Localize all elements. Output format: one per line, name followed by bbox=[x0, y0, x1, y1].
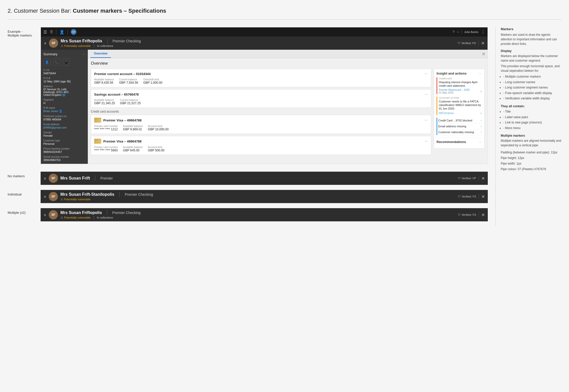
spec-0: Padding (between marker and pipe): 12px bbox=[501, 150, 561, 155]
credit-card-section-title: Credit card accounts bbox=[91, 110, 431, 113]
marker-credit-card[interactable]: Credit Card ...9702 blocked › bbox=[437, 118, 482, 123]
collapse-chevron[interactable]: ∧ bbox=[44, 41, 46, 45]
marker-pipe bbox=[94, 44, 94, 47]
warning-icon-ind: ⚠ bbox=[60, 198, 63, 201]
nav-left: ☰ ⠿ 👤 SP bbox=[43, 29, 76, 35]
recommendations-menu-icon[interactable]: ··· bbox=[479, 140, 482, 144]
tab-overview[interactable]: Overview bbox=[90, 50, 111, 58]
multiple-avatar: SF bbox=[49, 210, 58, 219]
visa-balances-2: Primary card number **** **** **** 5663 … bbox=[94, 146, 428, 152]
individual-sep bbox=[119, 192, 120, 197]
verified-badge: 🛡 Verified: FS bbox=[458, 42, 476, 45]
help-icon[interactable]: ? bbox=[453, 30, 455, 34]
grid-icon[interactable]: ⠿ bbox=[50, 30, 53, 34]
individual-label: Individual bbox=[8, 190, 36, 196]
ind-divider bbox=[479, 194, 479, 199]
sidebar: Summary ··· 👤 📞 📱 C.I.N 54875644 bbox=[41, 50, 88, 164]
spec-2: Pipe width: 1px bbox=[501, 161, 561, 166]
bar-divider bbox=[478, 41, 479, 46]
visa-card-1: Premier Visa – 49864788 ··· Primary card… bbox=[91, 115, 431, 134]
marker-chevron-1: › bbox=[481, 125, 482, 128]
multiple-heading: Multiple markers bbox=[501, 134, 561, 137]
no-markers-verified: 🛡 Verified: VP bbox=[458, 177, 476, 180]
fatca-chevron: › bbox=[480, 111, 482, 115]
visa-menu-1[interactable]: ··· bbox=[425, 118, 428, 122]
contain-list-item-2: - Link to new page (chevron) bbox=[503, 120, 561, 126]
no-markers-close[interactable]: ✕ bbox=[481, 176, 485, 181]
field-ssn: Social security number 38943984753 bbox=[43, 155, 85, 162]
multiple-label: Multiple (x2) bbox=[8, 208, 36, 215]
field-customer-type: Customer type Personal bbox=[43, 139, 85, 145]
no-markers-avatar: SF bbox=[49, 174, 58, 183]
individual-close[interactable]: ✕ bbox=[481, 194, 485, 199]
visa-title-1: Premier Visa – 49864788 bbox=[103, 118, 142, 122]
multiple-bar: ∧ SF Mrs Susan Friftopolis Premier Check… bbox=[41, 208, 488, 221]
no-markers-chevron[interactable]: ∧ bbox=[44, 176, 46, 180]
nav-divider-3 bbox=[461, 29, 462, 34]
no-markers-left: ∧ SF Mrs Susan Frift Premier bbox=[44, 174, 113, 183]
no-markers-sep bbox=[95, 176, 95, 181]
shield-icon: 🛡 bbox=[458, 42, 460, 45]
person-icon[interactable]: 👤 bbox=[59, 30, 64, 34]
insights-title: Insight and actions bbox=[437, 72, 466, 75]
hamburger-icon[interactable]: ☰ bbox=[43, 30, 47, 34]
complaint-link[interactable]: Premier Mastercard ...4329 01 May 2020 › bbox=[439, 88, 482, 94]
account-menu-savings[interactable]: ··· bbox=[425, 92, 428, 97]
no-markers-info: Mrs Susan Frift Premier bbox=[60, 176, 113, 181]
no-markers-bar: ∧ SF Mrs Susan Frift Premier 🛡 bbox=[41, 172, 488, 185]
circle-icon[interactable]: ○ bbox=[457, 30, 459, 34]
account-title-savings: Savings account – 65766478 bbox=[94, 93, 139, 96]
customer-markers: ⚠ Potentially vulnerable In collections bbox=[61, 44, 141, 48]
visa-menu-2[interactable]: ··· bbox=[425, 139, 428, 144]
insights-menu-icon[interactable]: ··· bbox=[479, 72, 482, 75]
card-chip-2 bbox=[94, 139, 101, 144]
individual-name: Mrs Susan Frift-Stanilopolis bbox=[60, 192, 114, 197]
spec-1: Pipe height: 12px bbox=[501, 156, 561, 160]
nav-menu-icon[interactable]: ⋮ bbox=[481, 30, 485, 34]
contain-list: - Title - Label value pairs - Link to ne… bbox=[501, 109, 561, 131]
multiple-row: Multiple (x2) ∧ SF Mrs Susan Friftopolis… bbox=[8, 208, 488, 221]
individual-left: ∧ SF Mrs Susan Frift-Stanilopolis Premie… bbox=[44, 192, 153, 201]
field-segment: Segment H bbox=[43, 98, 85, 104]
sidebar-menu-icon[interactable]: ··· bbox=[82, 52, 85, 56]
multiple-right: 🛡 Verified: FS ✕ bbox=[458, 212, 485, 217]
account-header-current: Premier current account – 01034344 ··· bbox=[94, 72, 428, 76]
right-panel: Markers Markers are used to draw the age… bbox=[495, 27, 561, 226]
nav-divider-2 bbox=[68, 29, 68, 34]
shield-icon-nm: 🛡 bbox=[458, 177, 461, 180]
individual-chevron[interactable]: ∧ bbox=[44, 194, 46, 199]
multiple-chevron[interactable]: ∧ bbox=[44, 213, 46, 217]
content-area: Summary ··· 👤 📞 📱 C.I.N 54875644 bbox=[41, 50, 488, 164]
display-list-item-1: - Long customer names bbox=[503, 80, 561, 85]
field-preferred: Preferred contact no. Potentially vulner… bbox=[43, 115, 85, 121]
fatca-link[interactable]: FATCA forms › bbox=[439, 111, 482, 115]
visa-title-2: Premier Visa – 49864788 bbox=[103, 139, 142, 143]
complaint-chevron: › bbox=[480, 89, 482, 93]
visa-card-number-2: Primary card number **** **** **** 5663 bbox=[94, 146, 118, 152]
customer-bar: ∧ SF Mrs Susan Friftopolis Premier Check… bbox=[41, 37, 488, 50]
close-icon[interactable]: ✕ bbox=[481, 41, 484, 46]
customer-bar-left: ∧ SF Mrs Susan Friftopolis Premier Check… bbox=[44, 39, 141, 48]
contain-heading: They all contain: bbox=[501, 104, 561, 108]
account-menu-current[interactable]: ··· bbox=[425, 72, 428, 76]
no-markers-right: 🛡 Verified: VP ✕ bbox=[458, 176, 485, 181]
individual-bar: ∧ SF Mrs Susan Frift-Stanilopolis Premie… bbox=[41, 190, 488, 203]
sidebar-mobile-icon[interactable]: 📱 bbox=[63, 59, 70, 66]
multiple-markers: ⚠ Potentially vulnerable In collections bbox=[60, 216, 141, 219]
tab-action-icon[interactable]: ⊞ bbox=[482, 52, 485, 56]
sidebar-phone-icon[interactable]: 📞 bbox=[53, 59, 60, 66]
sidebar-profile-icon[interactable]: 👤 bbox=[43, 59, 51, 66]
accounts-column: Premier current account – 01034344 ··· A… bbox=[91, 69, 431, 157]
display-list: - Multiple customer markers - Long custo… bbox=[501, 74, 561, 101]
visa-header-2: Premier Visa – 49864788 ··· bbox=[94, 139, 428, 144]
customer-name: Mrs Susan Friftopolis bbox=[61, 39, 102, 43]
field-cin: C.I.N 54875644 bbox=[43, 69, 85, 75]
page-title: 2. Customer Session Bar: Customer marker… bbox=[8, 8, 561, 14]
customer-info: Mrs Susan Friftopolis Premier Checking ⚠… bbox=[61, 39, 141, 48]
available-balance-savings: Available balance GBP 21,345.25 bbox=[94, 99, 115, 105]
multiple-close[interactable]: ✕ bbox=[481, 212, 485, 217]
multiple-left: ∧ SF Mrs Susan Friftopolis Premier Check… bbox=[44, 210, 141, 219]
marker-nationality[interactable]: Customer nationality missing › bbox=[437, 129, 482, 135]
recommendations-section: Recommendations ··· bbox=[437, 138, 482, 144]
marker-email[interactable]: Email address missing › bbox=[437, 123, 482, 129]
